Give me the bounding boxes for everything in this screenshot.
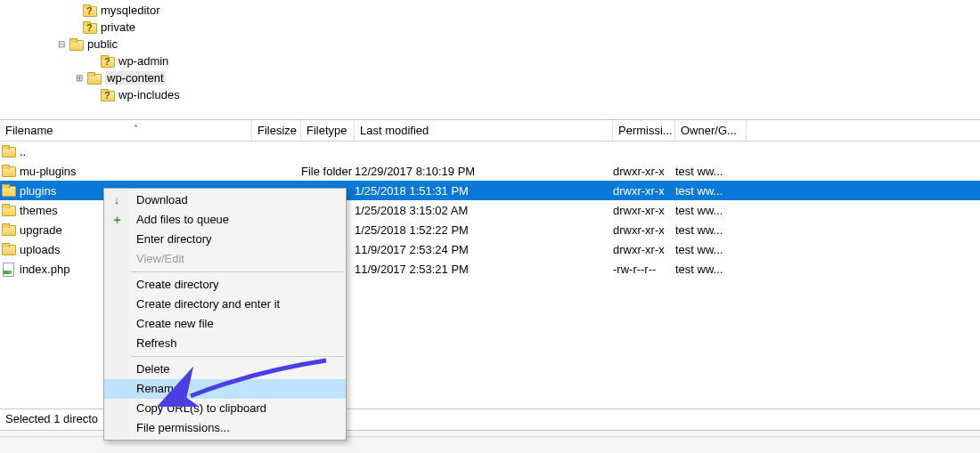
tree-label: wp-includes xyxy=(118,88,180,101)
cell-own: test ww... xyxy=(675,165,723,178)
tree-expand-icon[interactable] xyxy=(74,73,85,84)
php-file-icon xyxy=(2,263,16,275)
tree-label: public xyxy=(87,37,118,51)
folder-icon xyxy=(2,243,16,255)
menu-refresh[interactable]: Refresh xyxy=(104,334,346,353)
column-filesize[interactable]: Filesize xyxy=(252,120,301,141)
cell-name: mu-plugins xyxy=(20,165,77,178)
cell-own: test ww... xyxy=(675,223,723,237)
tree-label: wp-admin xyxy=(118,54,168,68)
cell-perm: drwxr-xr-x xyxy=(613,165,665,178)
tree-node-wp-content[interactable]: wp-content xyxy=(0,69,980,86)
list-row-parent[interactable]: .. xyxy=(0,142,980,161)
menu-delete[interactable]: Delete xyxy=(104,360,346,379)
menu-file-permissions[interactable]: File permissions... xyxy=(104,418,346,438)
cell-own: test ww... xyxy=(675,204,723,217)
cell-own: test ww... xyxy=(675,263,723,276)
menu-rename[interactable]: Rename xyxy=(104,379,346,399)
cell-name: uploads xyxy=(20,243,61,256)
list-row[interactable]: mu-plugins File folder 12/29/2017 8:10:1… xyxy=(0,161,980,181)
tree-node-mysqleditor[interactable]: ? mysqleditor xyxy=(0,2,980,19)
column-permissions[interactable]: Permissi... xyxy=(613,120,675,141)
tree-label: private xyxy=(101,20,135,34)
cell-mod: 12/29/2017 8:10:19 PM xyxy=(355,165,475,178)
menu-view-edit: View/Edit xyxy=(104,249,346,269)
cell-name: themes xyxy=(20,204,58,217)
folder-up-icon xyxy=(2,145,16,158)
cell-perm: drwxr-xr-x xyxy=(613,184,665,198)
tree-node-public[interactable]: public xyxy=(0,36,980,53)
cell-name: index.php xyxy=(20,263,69,276)
file-list-header: Filename ˄ Filesize Filetype Last modifi… xyxy=(0,120,980,142)
menu-separator xyxy=(131,271,344,272)
tree-node-wp-admin[interactable]: ? wp-admin xyxy=(0,53,980,69)
plus-icon: ＋ xyxy=(110,213,124,227)
folder-icon xyxy=(2,184,16,197)
cell-mod: 1/25/2018 3:15:02 AM xyxy=(355,204,468,217)
tree-twisty-none xyxy=(87,90,98,101)
sort-ascending-icon: ˄ xyxy=(134,124,138,133)
folder-question-icon: ? xyxy=(83,21,97,34)
column-filename-label: Filename xyxy=(5,124,53,137)
cell-own: test ww... xyxy=(675,243,723,256)
tree-node-private[interactable]: ? private xyxy=(0,19,980,36)
column-filetype[interactable]: Filetype xyxy=(301,120,355,141)
status-text: Selected 1 directo xyxy=(5,412,98,425)
cell-mod: 1/25/2018 1:52:22 PM xyxy=(355,223,469,237)
cell-mod: 11/9/2017 2:53:24 PM xyxy=(355,243,469,256)
menu-create-new-file[interactable]: Create new file xyxy=(104,314,346,334)
context-menu: ↓ Download ＋ Add files to queue Enter di… xyxy=(103,188,347,441)
tree-twisty-none xyxy=(69,5,80,16)
folder-question-icon: ? xyxy=(101,55,115,68)
cell-perm: drwxr-xr-x xyxy=(613,223,665,237)
tree-twisty-none xyxy=(87,56,98,67)
tree-node-wp-includes[interactable]: ? wp-includes xyxy=(0,86,980,103)
menu-separator xyxy=(131,356,344,357)
menu-add-to-queue[interactable]: ＋ Add files to queue xyxy=(104,210,346,230)
cell-type: File folder xyxy=(301,165,352,178)
tree-label: wp-content xyxy=(105,71,166,85)
folder-question-icon: ? xyxy=(83,4,97,17)
cell-perm: drwxr-xr-x xyxy=(613,204,665,217)
folder-icon xyxy=(69,38,84,51)
cell-mod: 1/25/2018 1:51:31 PM xyxy=(355,184,469,198)
cell-name: plugins xyxy=(20,184,56,198)
folder-question-icon: ? xyxy=(101,89,115,101)
folder-icon xyxy=(2,204,16,216)
cell-mod: 11/9/2017 2:53:21 PM xyxy=(355,263,469,276)
cell-own: test ww... xyxy=(675,184,723,198)
folder-icon xyxy=(2,223,16,236)
menu-download[interactable]: ↓ Download xyxy=(104,190,346,210)
folder-icon xyxy=(87,72,102,85)
column-filename[interactable]: Filename ˄ xyxy=(0,120,252,141)
column-last-modified[interactable]: Last modified xyxy=(355,120,613,141)
folder-icon xyxy=(2,165,16,177)
tree-label: mysqleditor xyxy=(101,4,159,17)
remote-tree-panel[interactable]: ? mysqleditor ? private public ? wp-admi… xyxy=(0,0,980,120)
menu-copy-urls[interactable]: Copy URL(s) to clipboard xyxy=(104,399,346,418)
cell-name: upgrade xyxy=(20,223,62,237)
tree-twisty-none xyxy=(69,22,80,33)
column-owner[interactable]: Owner/G... xyxy=(675,120,747,141)
tree-collapse-icon[interactable] xyxy=(56,39,67,50)
menu-create-directory[interactable]: Create directory xyxy=(104,275,346,295)
cell-perm: drwxr-xr-x xyxy=(613,243,665,256)
menu-enter-directory[interactable]: Enter directory xyxy=(104,230,346,249)
download-icon: ↓ xyxy=(110,193,124,207)
cell-perm: -rw-r--r-- xyxy=(613,263,656,276)
cell-name: .. xyxy=(20,145,26,158)
menu-create-directory-enter[interactable]: Create directory and enter it xyxy=(104,295,346,314)
